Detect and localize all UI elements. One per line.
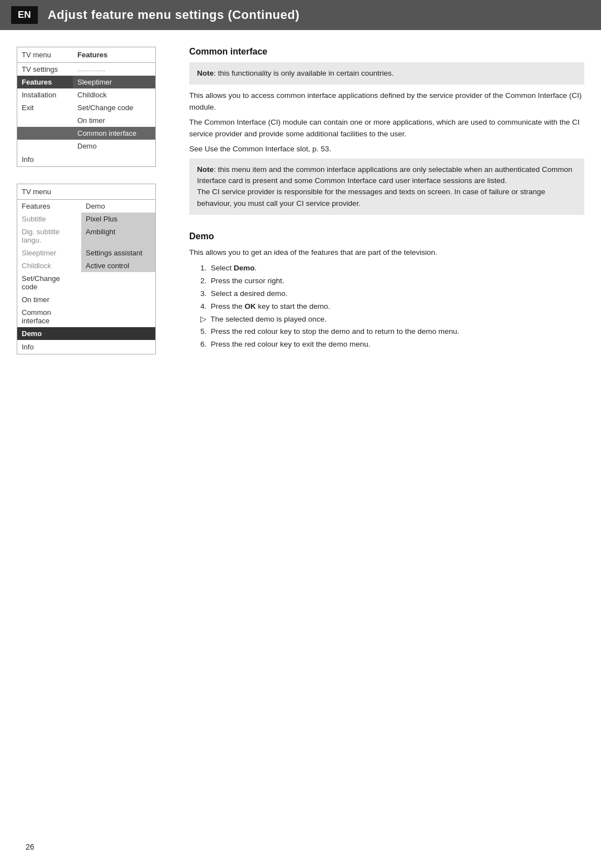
- menu-panel-2: TV menu Features Demo Subtitle Pixel Plu…: [17, 184, 156, 354]
- list-item: 6. Press the red colour key to exit the …: [200, 338, 584, 351]
- menu-cell: On timer: [73, 114, 155, 127]
- note-label-2: Note: [197, 165, 214, 174]
- menu-row: Features Sleeptimer: [17, 76, 155, 88]
- menu-row-demo-active: Demo: [17, 327, 155, 340]
- section-title-common-interface: Common interface: [189, 47, 584, 57]
- menu-cell: [81, 327, 155, 340]
- menu-row: Common interface: [17, 306, 155, 327]
- menu-row: TV settings ...............: [17, 63, 155, 76]
- note-text-2: : this menu item and the common interfac…: [197, 165, 573, 208]
- menu-cell: ...............: [73, 63, 155, 76]
- menu-cell: TV settings: [17, 63, 73, 76]
- section-demo: Demo This allows you to get an idea of t…: [189, 231, 584, 351]
- menu-cell: Common interface: [17, 306, 81, 327]
- menu-row: Childlock Active control: [17, 259, 155, 272]
- section-common-interface: Common interface Note: this functionalit…: [189, 47, 584, 215]
- right-column: Common interface Note: this functionalit…: [189, 47, 584, 368]
- demo-steps: 1. Select Demo. 2. Press the cursor righ…: [200, 262, 584, 352]
- language-badge: EN: [11, 6, 38, 24]
- list-item: 2. Press the cursor right.: [200, 275, 584, 288]
- menu-cell-common-interface: Common interface: [73, 127, 155, 140]
- menu-cell: Ambilight: [81, 225, 155, 246]
- list-item: ▷ The selected demo is played once.: [200, 313, 584, 326]
- list-item: 3. Select a desired demo.: [200, 288, 584, 300]
- menu-panel-1: TV menu Features TV settings ...........…: [17, 47, 156, 167]
- menu-cell: Sleeptimer: [73, 76, 155, 88]
- menu-cell: Subtitle: [17, 213, 81, 225]
- menu-panel-1-header: TV menu Features: [17, 47, 155, 63]
- section-para-3: See Use the Common Interface slot, p. 53…: [189, 144, 584, 155]
- menu-row: On timer: [17, 293, 155, 306]
- menu-cell: Demo: [17, 327, 81, 340]
- menu-cell: [17, 114, 73, 127]
- menu2-header: TV menu: [17, 184, 155, 200]
- menu-cell: Demo: [73, 140, 155, 152]
- menu-cell: Pixel Plus: [81, 213, 155, 225]
- menu-cell: [81, 306, 155, 327]
- list-item: 1. Select Demo.: [200, 262, 584, 275]
- menu-row: Features Demo: [17, 200, 155, 213]
- section-demo-para: This allows you to get an idea of the fe…: [189, 247, 584, 259]
- menu-cell: [17, 140, 73, 152]
- menu-row: Installation Childlock: [17, 88, 155, 101]
- list-item: 5. Press the red colour key to stop the …: [200, 326, 584, 338]
- menu-cell: Features: [17, 76, 73, 88]
- menu-cell: Installation: [17, 88, 73, 101]
- main-content: TV menu Features TV settings ...........…: [0, 30, 601, 379]
- menu-cell: Dig. subtitle langu.: [17, 225, 81, 246]
- left-column: TV menu Features TV settings ...........…: [17, 47, 173, 368]
- list-item: 4. Press the OK key to start the demo.: [200, 300, 584, 313]
- menu-info: Info: [17, 152, 155, 166]
- menu-row: Set/Change code: [17, 272, 155, 293]
- menu-cell: Settings assistant: [81, 246, 155, 259]
- menu-row: Exit Set/Change code: [17, 101, 155, 114]
- menu-row: On timer: [17, 114, 155, 127]
- menu-cell: Set/Change code: [17, 272, 81, 293]
- page-header: EN Adjust feature menu settings (Continu…: [0, 0, 601, 30]
- menu-cell: Sleeptimer: [17, 246, 81, 259]
- menu-row-common-interface: Common interface: [17, 127, 155, 140]
- section-title-demo: Demo: [189, 231, 584, 241]
- note-label: Note: [197, 69, 214, 77]
- menu-cell: Features: [17, 200, 81, 213]
- menu-header-left: TV menu: [17, 47, 73, 62]
- menu-row: Sleeptimer Settings assistant: [17, 246, 155, 259]
- menu-info-2: Info: [17, 340, 155, 354]
- section-para-2: The Common Interface (CI) module can con…: [189, 117, 584, 140]
- menu-cell: [81, 272, 155, 293]
- menu-cell: [17, 127, 73, 140]
- menu-cell: [81, 293, 155, 306]
- menu-cell: Active control: [81, 259, 155, 272]
- menu-row: Subtitle Pixel Plus: [17, 213, 155, 225]
- menu-cell: Childlock: [73, 88, 155, 101]
- menu-header-right: Features: [73, 47, 155, 62]
- menu-cell: Set/Change code: [73, 101, 155, 114]
- menu-cell: Exit: [17, 101, 73, 114]
- menu-row: Dig. subtitle langu. Ambilight: [17, 225, 155, 246]
- note-text: : this functionality is only available i…: [214, 69, 393, 77]
- page-title: Adjust feature menu settings (Continued): [48, 8, 300, 22]
- section-para-1: This allows you to access common interfa…: [189, 90, 584, 114]
- note-box-1: Note: this functionality is only availab…: [189, 62, 584, 85]
- note-box-2: Note: this menu item and the common inte…: [189, 159, 584, 215]
- menu-row: Demo: [17, 140, 155, 152]
- menu-cell: Childlock: [17, 259, 81, 272]
- menu-cell: On timer: [17, 293, 81, 306]
- page-number: 26: [26, 842, 35, 851]
- menu-cell: Demo: [81, 200, 155, 213]
